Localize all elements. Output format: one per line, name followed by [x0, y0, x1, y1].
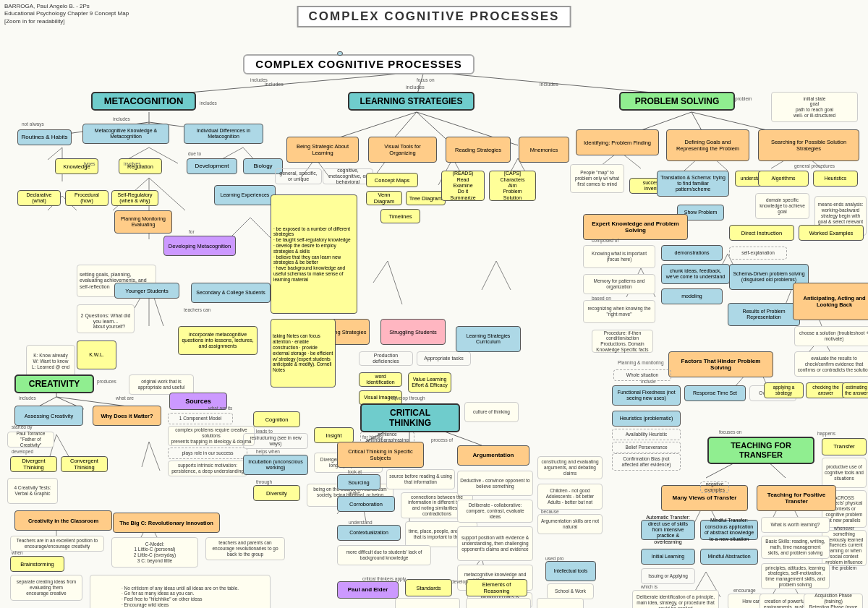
which-is-label: which is	[641, 584, 658, 589]
cognition-node: Cognition	[253, 411, 300, 427]
algorithms-node: Algorithms	[758, 171, 809, 187]
routines-habits: Routines & Habits	[17, 129, 72, 145]
mnemonics-node: Mnemonics	[519, 137, 569, 163]
corroboration-node: Corroboration	[337, 496, 395, 512]
teaching-transfer-node: TEACHING FOR TRANSFER	[707, 437, 814, 464]
applying-node: applying a strategy	[764, 382, 804, 398]
for-label: for	[189, 229, 195, 234]
mindful-transfer: Mindful Transfer: conscious application …	[700, 520, 758, 540]
insight-node: Insight	[314, 427, 354, 443]
contextualization-node2: Contextualization	[337, 525, 401, 541]
what-are-label: what are	[116, 395, 134, 401]
demonstrations: demonstrations	[661, 245, 723, 261]
more-difficult: more difficult due to students' lack of …	[337, 545, 431, 565]
ct-specific-subjects: Critical Thinking in Specific Subjects	[337, 442, 424, 468]
children-not-good: Children - not goodAdolescents - bit bet…	[537, 484, 603, 510]
deductive-convincing: Deductive - convince opponent to believe…	[457, 471, 533, 496]
worked-examples: Worked Examples	[799, 225, 864, 241]
development-node: Development	[187, 158, 237, 174]
separate-creating: separate creating ideas from evaluating …	[10, 575, 82, 601]
defining-goals: Defining Goals and Representing the Prob…	[666, 129, 749, 161]
teachers-can-label: teachers can	[184, 307, 210, 312]
standards-list: clarity, accuracy, precision, logic, bre…	[395, 598, 460, 608]
svg-line-48	[250, 218, 272, 239]
modeling: modeling	[661, 288, 723, 304]
younger-students: Younger Students	[114, 283, 179, 299]
critical-thinking-node: CRITICAL THINKING	[360, 403, 460, 432]
procedural: Procedural (how)	[65, 190, 109, 206]
page: BARROGA, Paul Angelo B. - 2Ps Educationa…	[0, 0, 868, 608]
initial-learning: Initial Learning	[641, 549, 695, 565]
principles-attitudes: principles, attitudes, learning strategi…	[761, 563, 830, 589]
critical-thinkers-label: critical thinkers apply	[362, 576, 406, 581]
individual-diff: Individual Differences in Metacognition	[184, 124, 263, 144]
knowledge-node: Knowledge	[55, 158, 98, 174]
concept-maps: Concept Maps	[366, 173, 418, 187]
source-before: source before reading & using that infor…	[386, 469, 455, 489]
learning-experiences: Learning Experiences	[214, 185, 276, 205]
why-does-it-matter: Why Does it Matter?	[93, 406, 161, 426]
issuing-applying: Issuing or Applying	[641, 568, 695, 584]
taking-notes: taking Notes can focus attention · enabl…	[271, 319, 336, 388]
general-proc-label: general procedures	[794, 163, 835, 168]
elements-reasoning: Elements of Reasoning	[466, 579, 527, 596]
svg-line-56	[388, 261, 402, 304]
original-work: original work that is appropriate and us…	[129, 374, 194, 395]
component-model: 1 Component Model	[168, 413, 233, 424]
problem-solving-node: PROBLEM SOLVING	[619, 92, 735, 111]
culture-thinking: culture of thinking	[464, 402, 519, 422]
results-problem-rep: Results of Problem Representation	[728, 303, 800, 326]
translation-schema: Translation & Schema: trying to find fam…	[657, 171, 729, 197]
regulation-node: Regulation	[119, 158, 162, 174]
originality-fluency: 4 Creativity Tests:Verbal & Graphic	[7, 478, 58, 504]
chunk-ideas: chunk ideas, feedback, we've come to und…	[661, 264, 730, 284]
supports-intrinsic: supports intrinsic motivation: persisten…	[168, 461, 247, 476]
plays-role: plays role in our success	[168, 448, 247, 459]
focuses-on-label: focuses on	[719, 429, 741, 434]
heuristics-node: Heuristics	[813, 171, 858, 187]
svg-text:includes: includes	[265, 82, 284, 87]
identifying-problem: Identifying: Problem Finding	[576, 129, 659, 155]
timelines-node: Timelines	[380, 209, 420, 223]
c-model: C-Model:1 Little-C (personal)2 Little-C …	[111, 537, 198, 568]
planning-monitoring-label: Planning & monitoring	[618, 360, 664, 365]
includes-label-meta: includes	[200, 100, 217, 106]
sourcing-node: Sourcing	[337, 474, 380, 490]
support-position: support position with evidence & underst…	[457, 526, 533, 561]
venn-diagram: Venn Diagram	[366, 191, 402, 205]
teachers-parents: teachers and parents can encourage revol…	[205, 537, 285, 560]
happens-label: happens	[817, 431, 835, 436]
evaluate-results: evaluate the results to check/confirm ev…	[794, 351, 868, 377]
main-title: COMPLEX COGNITIVE PROCESSES	[297, 6, 571, 27]
svg-line-57	[482, 261, 496, 290]
divergent-thinking: Divergent Thinking	[10, 456, 57, 472]
response-time-set: Response Time Set	[684, 385, 746, 401]
recognizing-patterns: recognizing when knowing the "right move…	[583, 300, 655, 323]
value-learning: Value Learning Effort & Efficacy	[408, 372, 451, 393]
paul-torrance: Paul Torrance "Father of Creativity"	[7, 432, 54, 448]
understand-label: understand	[349, 520, 373, 525]
used-pro-label: used pro	[545, 556, 563, 561]
caps-node: [CAPS]CharactersAimProblemSolution	[489, 171, 536, 201]
encourage-label: encourage	[733, 588, 756, 593]
acquisition-phase: Acquisition Phase (training)Retention Ph…	[804, 594, 863, 608]
through-label: through	[256, 479, 272, 484]
svg-text:includes: includes	[540, 82, 558, 87]
paul-elder: Paul and Elder	[337, 581, 399, 599]
svg-line-58	[496, 261, 511, 290]
people-map: People "map" to problem only w/ what fir…	[570, 164, 624, 193]
metacognition-node: METACOGNITION	[91, 92, 196, 111]
direct-instruction: Direct Instruction	[729, 225, 794, 241]
choose-solution: choose a solution (troubleshoot + motiva…	[794, 326, 868, 346]
incorporate-metacog: incorporate metacognitive questions into…	[178, 326, 258, 355]
arg-skills: Argumentation skills are not natural	[537, 514, 603, 534]
memory-patterns: Memory for patterns and organization	[583, 274, 655, 294]
problem-label: problem	[735, 96, 752, 101]
automatic-transfer: Automatic Transfer: direct use of skills…	[641, 520, 695, 540]
factors-hinder: Factors That Hinder Problem Solving	[668, 351, 773, 377]
focus-on-label: focus on	[417, 77, 435, 82]
intellectual-tools: Intellectual tools	[545, 561, 596, 581]
helps-when-label: helps when	[256, 449, 280, 454]
creativity-node: CREATIVITY	[14, 374, 94, 393]
process-of-label: process of	[431, 437, 453, 442]
